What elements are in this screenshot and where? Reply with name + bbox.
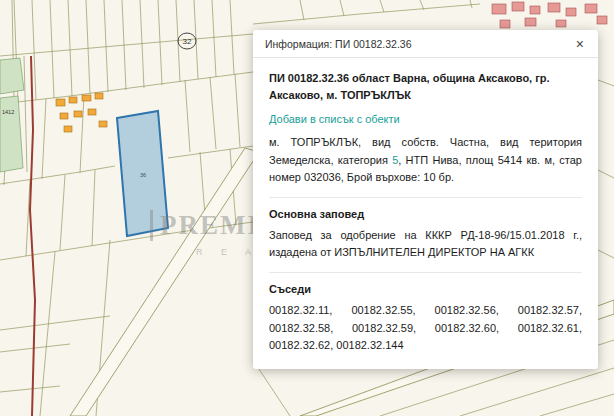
main-order-heading: Основна заповед xyxy=(269,208,582,220)
parcel-details: м. ТОПРЪКЛЪК, вид собств. Частна, вид те… xyxy=(269,134,582,187)
svg-text:32: 32 xyxy=(183,37,192,46)
divider xyxy=(269,272,582,273)
info-panel-body: ПИ 00182.32.36 област Варна, община Акса… xyxy=(253,58,598,369)
neighbors-heading: Съседи xyxy=(269,283,582,295)
map-viewport[interactable]: 36 32 9 1412 PREMIER R E A L Информация:… xyxy=(0,0,614,416)
info-panel-header-title: Информация: ПИ 00182.32.36 xyxy=(265,38,412,50)
close-icon[interactable]: × xyxy=(574,37,586,51)
divider xyxy=(269,197,582,198)
parcel-title: ПИ 00182.32.36 област Варна, община Акса… xyxy=(269,70,582,104)
map-label-1412: 1412 xyxy=(2,109,14,115)
main-order-text: Заповед за одобрение на КККР РД-18-96/15… xyxy=(269,227,582,262)
neighbors-text: 00182.32.11, 00182.32.55, 00182.32.56, 0… xyxy=(269,302,582,355)
info-panel-header: Информация: ПИ 00182.32.36 × xyxy=(253,30,598,58)
selected-parcel-label: 36 xyxy=(140,172,146,178)
info-panel: Информация: ПИ 00182.32.36 × ПИ 00182.32… xyxy=(253,30,598,369)
add-to-list-link[interactable]: Добави в списък с обекти xyxy=(269,113,400,125)
